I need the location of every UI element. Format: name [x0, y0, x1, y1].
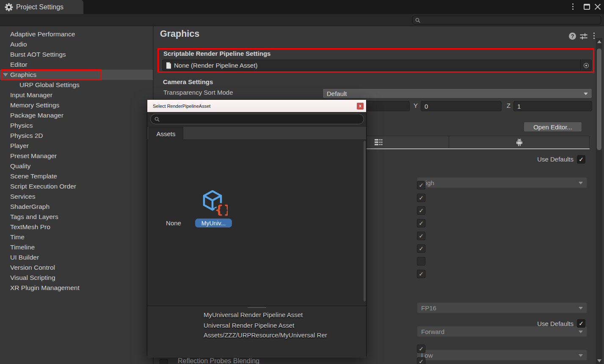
sidebar-item[interactable]: Services: [0, 192, 153, 202]
tier-checkbox[interactable]: ✓: [417, 194, 425, 202]
sidebar-item[interactable]: Burst AOT Settings: [0, 49, 153, 60]
resize-handle-icon[interactable]: [248, 306, 266, 308]
sidebar-item[interactable]: Tags and Layers: [0, 212, 153, 222]
maximize-icon[interactable]: [584, 4, 590, 10]
dialog-scrollbar[interactable]: [364, 141, 366, 301]
sidebar-item[interactable]: Preset Manager: [0, 151, 153, 161]
tier-checkbox[interactable]: ✓: [417, 219, 425, 227]
sidebar-item[interactable]: Timeline: [0, 242, 153, 252]
sidebar-item[interactable]: Version Control: [0, 263, 153, 273]
tier-checkbox[interactable]: ✓: [417, 244, 425, 253]
sort-mode-value: Default: [327, 90, 347, 97]
tier-checkbox[interactable]: ✓: [417, 357, 425, 364]
tab-tier-android[interactable]: [449, 136, 590, 149]
sidebar-item[interactable]: Package Manager: [0, 110, 153, 120]
sidebar-item[interactable]: Time: [0, 232, 153, 242]
sidebar-item-label: Quality: [10, 162, 30, 170]
sidebar-item[interactable]: Memory Settings: [0, 100, 153, 110]
sidebar-item[interactable]: Physics: [0, 120, 153, 131]
rendering-path-value: Forward: [421, 328, 444, 335]
sidebar-item[interactable]: Player: [0, 141, 153, 151]
project-settings-window: Project Settings Adaptive Performance Au…: [0, 0, 604, 364]
preset-icon[interactable]: [580, 33, 587, 40]
tier-checkbox[interactable]: ✓: [417, 232, 425, 240]
sidebar-item-label: Audio: [10, 41, 27, 48]
main-scrollbar[interactable]: [596, 38, 602, 364]
search-input[interactable]: [422, 16, 598, 24]
sidebar-item[interactable]: Visual Scripting: [0, 273, 153, 283]
scrollbar-thumb[interactable]: [597, 49, 601, 150]
reflection-probes-blending-label: Reflection Probes Blending: [178, 357, 259, 364]
realtime-gi-dropdown[interactable]: Low: [417, 350, 587, 361]
sidebar-item[interactable]: Scene Template: [0, 171, 153, 181]
asset-item-selected[interactable]: MyUniv...: [195, 219, 232, 227]
asset-item-none[interactable]: None: [154, 219, 193, 227]
object-picker-button[interactable]: [580, 60, 591, 71]
settings-nav-list: Adaptive Performance Audio Burst AOT Set…: [0, 29, 153, 293]
sidebar-item[interactable]: Physics 2D: [0, 131, 153, 141]
sidebar-item-label: Time: [10, 233, 25, 241]
project-settings-tab[interactable]: Project Settings: [0, 0, 83, 14]
sidebar-item[interactable]: ShaderGraph: [0, 202, 153, 212]
context-menu-icon[interactable]: [593, 33, 595, 39]
tier-checkbox[interactable]: ✓: [417, 206, 425, 215]
tab-assets[interactable]: Assets: [149, 127, 183, 140]
window-menu-icon[interactable]: [572, 3, 574, 10]
tier-quality-dropdown[interactable]: High: [417, 177, 587, 188]
window-titlebar: Project Settings: [0, 0, 604, 14]
sidebar-item-label: ShaderGraph: [10, 203, 50, 211]
rendering-path-dropdown[interactable]: Forward: [417, 326, 587, 337]
render-pipeline-asset-field[interactable]: None (Render Pipeline Asset): [162, 60, 592, 71]
sidebar-item[interactable]: Graphics: [0, 70, 153, 80]
help-icon[interactable]: ?: [569, 33, 576, 40]
sidebar-item[interactable]: Quality: [0, 161, 153, 171]
settings-search-field[interactable]: [412, 16, 601, 25]
sidebar-item[interactable]: Editor: [0, 60, 153, 70]
sidebar-item[interactable]: XR Plugin Management: [0, 283, 153, 293]
tier-checkbox[interactable]: ✓: [417, 270, 425, 278]
sidebar-item[interactable]: UI Builder: [0, 252, 153, 263]
search-icon: [415, 18, 420, 23]
hdr-format-value: FP16: [421, 304, 436, 312]
srp-section-label: Scriptable Render Pipeline Settings: [163, 50, 270, 57]
sidebar-item[interactable]: URP Global Settings: [0, 80, 153, 90]
close-icon[interactable]: [594, 3, 601, 10]
use-defaults2-checkbox[interactable]: ✓: [577, 319, 585, 328]
sidebar-item[interactable]: Adaptive Performance: [0, 29, 153, 39]
asset-info-path: Assets/ZZZ/URPResource/MyUniversal Rer: [204, 331, 327, 339]
use-defaults-checkbox[interactable]: ✓: [577, 155, 585, 164]
search-icon: [154, 117, 160, 122]
asset-info-name: MyUniversal Render Pipeline Asset: [204, 311, 303, 318]
sidebar-item-label: Adaptive Performance: [10, 30, 75, 38]
sidebar-item[interactable]: Audio: [0, 39, 153, 49]
tier-checkbox[interactable]: ✓: [417, 181, 425, 189]
sort-axis-y-field[interactable]: 0: [421, 101, 502, 111]
dialog-search-input[interactable]: [162, 115, 360, 123]
sort-axis-z-field[interactable]: 1: [513, 101, 592, 111]
tier-checkbox[interactable]: ✓: [417, 345, 425, 353]
sidebar-item-label: Script Execution Order: [10, 183, 76, 190]
dialog-close-button[interactable]: x: [357, 103, 364, 109]
sidebar-item-label: Preset Manager: [10, 152, 57, 160]
sidebar-item-label: Version Control: [10, 264, 55, 271]
scroll-up-icon[interactable]: [597, 40, 601, 43]
hdr-format-dropdown[interactable]: FP16: [417, 302, 587, 313]
sidebar-item[interactable]: Input Manager: [0, 90, 153, 100]
sidebar-item-label: Player: [10, 142, 29, 150]
sort-mode-dropdown[interactable]: Default: [323, 88, 592, 99]
sidebar-item[interactable]: TextMesh Pro: [0, 222, 153, 232]
scroll-down-icon[interactable]: [597, 359, 601, 362]
sort-mode-label: Transparency Sort Mode: [163, 89, 233, 96]
scriptable-object-icon[interactable]: {}: [201, 189, 228, 218]
sidebar-item-label: Package Manager: [10, 112, 63, 119]
sidebar-item-label: Editor: [10, 61, 28, 68]
open-editor-button[interactable]: Open Editor...: [524, 122, 582, 132]
dialog-search-field[interactable]: [150, 114, 364, 124]
tier-checkbox[interactable]: [417, 257, 425, 265]
sidebar-item-label: Input Manager: [10, 91, 52, 99]
dialog-titlebar[interactable]: Select RenderPipelineAsset x: [147, 100, 366, 112]
tier-levels-icon: [375, 139, 383, 145]
sidebar-item[interactable]: Script Execution Order: [0, 181, 153, 192]
window-title: Project Settings: [16, 3, 63, 11]
partial-checkbox[interactable]: [160, 359, 168, 364]
